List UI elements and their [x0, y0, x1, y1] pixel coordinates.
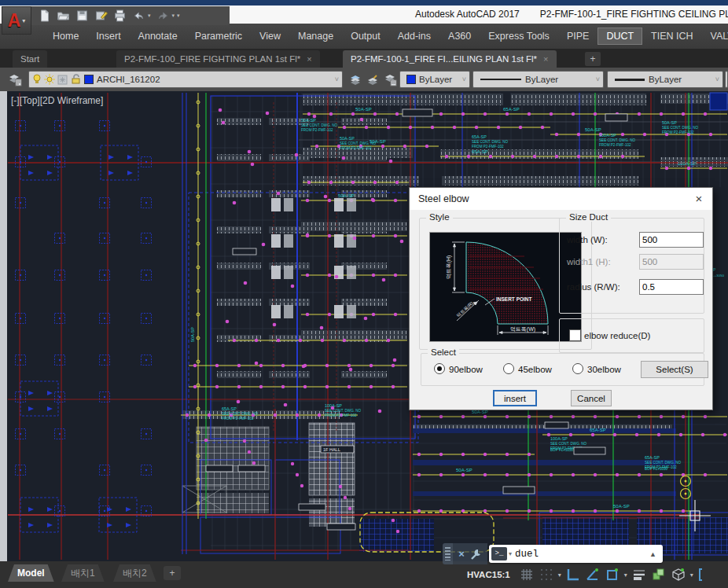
- file-tab-start[interactable]: Start: [13, 50, 47, 68]
- svg-text:50A-SP: 50A-SP: [190, 327, 195, 342]
- ribbon-tab-manage[interactable]: Manage: [289, 28, 342, 45]
- close-icon[interactable]: ×: [458, 548, 465, 560]
- close-icon[interactable]: ×: [543, 54, 548, 64]
- command-line-bar[interactable]: × >_ ▾ duel ▲: [443, 543, 663, 564]
- layer-unsaved-state-icon[interactable]: [365, 71, 381, 88]
- snap-mode-icon[interactable]: [519, 567, 535, 582]
- svg-text:SEE CONT. DWG. NO: SEE CONT. DWG. NO: [662, 126, 699, 130]
- redo-chevron-icon[interactable]: ▾: [172, 13, 175, 19]
- redo-icon[interactable]: [156, 9, 170, 22]
- cancel-button[interactable]: Cancel: [571, 390, 612, 406]
- svg-text:50A-SP: 50A-SP: [301, 118, 316, 123]
- close-icon[interactable]: ×: [307, 54, 311, 64]
- clean-screen-icon-partial[interactable]: [697, 567, 713, 582]
- ribbon-tab-valve[interactable]: VALVE: [702, 28, 728, 45]
- new-layout-button[interactable]: +: [164, 566, 181, 580]
- width1-label: width1 (H):: [567, 257, 611, 266]
- radius-input[interactable]: [639, 279, 704, 295]
- svg-text:FROM P2-FMF-102: FROM P2-FMF-102: [301, 128, 333, 132]
- qat-customize-icon[interactable]: ▾: [177, 13, 180, 19]
- ribbon-tab-addins[interactable]: Add-ins: [389, 28, 439, 45]
- width-label: width (W):: [567, 235, 608, 244]
- ribbon-tab-a360[interactable]: A360: [439, 28, 480, 45]
- layer-match-icon[interactable]: [382, 71, 398, 88]
- ribbon-tab-parametric[interactable]: Parametric: [186, 28, 251, 45]
- ribbon-tab-output[interactable]: Output: [342, 28, 389, 45]
- chevron-down-icon[interactable]: ▾: [690, 571, 693, 579]
- svg-text:SEE CONT. DWG. NO: SEE CONT. DWG. NO: [301, 123, 338, 127]
- layer-state-icon[interactable]: [347, 71, 363, 88]
- svg-text:1F HALL: 1F HALL: [323, 447, 340, 452]
- elbow-reduce-checkbox[interactable]: [569, 329, 581, 341]
- undo-chevron-icon[interactable]: ▾: [148, 13, 151, 19]
- linetype-dropdown[interactable]: ByLayer ˅: [472, 71, 604, 88]
- layer-thaw-sun-icon[interactable]: [44, 74, 55, 85]
- size-duct-group: Size Duct width (W): width1 (H): radius …: [559, 218, 704, 314]
- ortho-mode-icon[interactable]: [565, 567, 581, 582]
- isolate-objects-icon[interactable]: [651, 567, 667, 582]
- select-button[interactable]: Select(S): [641, 361, 708, 378]
- app-menu-button[interactable]: A ▾: [2, 6, 31, 35]
- svg-text:65A-SP: 65A-SP: [472, 134, 487, 139]
- ribbon-tab-home[interactable]: Home: [44, 28, 87, 45]
- status-bar: HVAC15:1 ▾ ▾ ▾: [462, 564, 713, 586]
- ribbon-tab-annotate[interactable]: Annotate: [130, 28, 186, 45]
- new-drawing-tab-button[interactable]: +: [585, 52, 601, 66]
- layer-dropdown[interactable]: ARCHI_161202 ˅: [28, 71, 343, 88]
- svg-text:SEE CONT. DWG. NO: SEE CONT. DWG. NO: [340, 141, 377, 145]
- annotation-scale-badge[interactable]: HVAC15:1: [462, 567, 515, 582]
- ribbon-tab-view[interactable]: View: [251, 28, 289, 45]
- current-layer-name: ARCHI_161202: [97, 75, 160, 84]
- plot-style-dropdown-partial[interactable]: [725, 71, 728, 88]
- bottom-bar: Model 배치1 배치2 + HVAC15:1 ▾ ▾ ▾: [0, 561, 728, 588]
- polar-tracking-icon[interactable]: [585, 567, 601, 582]
- layer-properties-icon[interactable]: [6, 71, 24, 88]
- object-snap-icon[interactable]: [605, 567, 620, 582]
- grid-display-icon[interactable]: [539, 567, 554, 582]
- file-tab-ceiling-plan-active[interactable]: P2-FMF-100-1_FIRE FI...EILING PLAN 1st F…: [343, 50, 557, 68]
- object-color-dropdown[interactable]: ByLayer ˅: [399, 71, 470, 88]
- layer-viewport-freeze-icon[interactable]: [57, 75, 68, 85]
- chevron-down-icon[interactable]: ▾: [624, 571, 627, 579]
- radio-90elbow[interactable]: 90elbow: [434, 363, 483, 374]
- plot-printer-icon[interactable]: [113, 9, 127, 22]
- ribbon-tab-insert[interactable]: Insert: [87, 28, 129, 45]
- command-input[interactable]: >_ ▾ duel ▲: [489, 545, 663, 563]
- chevron-down-icon: ˅: [596, 75, 600, 83]
- chevron-down-icon[interactable]: ▾: [558, 571, 561, 579]
- file-tab-plan[interactable]: P2-FMF-100_FIRE FIGHTING PLAN 1st Fl* ×: [116, 50, 320, 68]
- ribbon-tab-tien-ich[interactable]: TIEN ICH: [642, 28, 701, 45]
- layer-on-bulb-icon[interactable]: [32, 74, 42, 85]
- open-folder-icon[interactable]: [57, 9, 70, 22]
- lineweight-dropdown[interactable]: ByLayer ˅: [607, 71, 723, 88]
- ribbon-tab-pipe[interactable]: PIPE: [558, 28, 598, 45]
- layout-tab-1[interactable]: 배치1: [61, 564, 105, 582]
- customize-wrench-icon[interactable]: [470, 548, 482, 560]
- layout-tab-model[interactable]: Model: [8, 564, 54, 582]
- layer-unlock-icon[interactable]: [71, 74, 81, 85]
- width1-input: [639, 254, 704, 270]
- command-bar-grip[interactable]: [443, 543, 453, 564]
- viewport-controls-label[interactable]: [-][Top][2D Wireframe]: [11, 95, 103, 106]
- layout-tab-2[interactable]: 배치2: [113, 564, 156, 582]
- lineweight-display-icon[interactable]: [631, 567, 647, 582]
- dialog-titlebar[interactable]: Steel elbow ×: [410, 188, 712, 210]
- insert-button[interactable]: insert: [493, 390, 537, 406]
- history-up-arrow-icon[interactable]: ▲: [649, 550, 656, 558]
- svg-text:FROM P2-FMF-102: FROM P2-FMF-102: [662, 130, 694, 134]
- ribbon-tab-duct[interactable]: DUCT: [597, 28, 642, 45]
- radio-30elbow[interactable]: 30elbow: [572, 363, 621, 374]
- width-input[interactable]: [639, 232, 704, 248]
- ribbon-tab-express-tools[interactable]: Express Tools: [480, 28, 558, 45]
- undo-icon[interactable]: [132, 9, 145, 22]
- graphics-performance-icon[interactable]: [671, 567, 686, 582]
- new-file-icon[interactable]: [38, 9, 51, 22]
- radio-45elbow[interactable]: 45elbow: [503, 363, 552, 374]
- command-text[interactable]: duel: [515, 549, 539, 560]
- save-icon[interactable]: [75, 9, 89, 22]
- svg-text:SEE CONT. DWG. NO: SEE CONT. DWG. NO: [599, 138, 636, 142]
- layer-color-swatch: [84, 75, 94, 84]
- save-as-icon[interactable]: [94, 9, 108, 22]
- chevron-down-icon[interactable]: ▾: [509, 550, 512, 557]
- close-icon[interactable]: ×: [687, 189, 711, 208]
